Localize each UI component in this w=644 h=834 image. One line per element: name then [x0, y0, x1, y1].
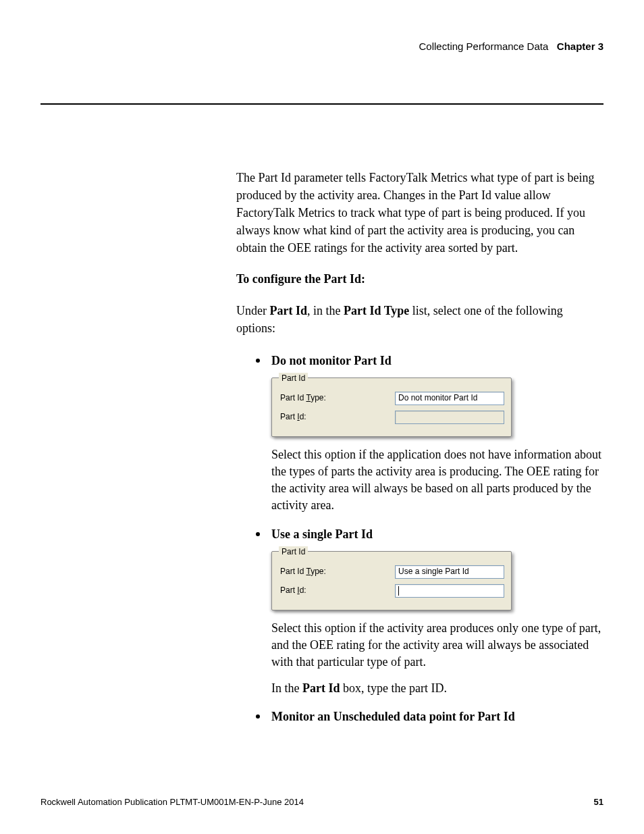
part-id-groupbox-2: Part Id Part Id Type: Use a single Part … — [271, 551, 512, 610]
part-id-type-dropdown[interactable]: Do not monitor Part Id — [395, 392, 504, 405]
option2-desc: Select this option if the activity area … — [271, 620, 603, 671]
row-part-id: Part Id: — [280, 411, 504, 424]
header-rule — [41, 103, 603, 105]
intro-paragraph: The Part Id parameter tells FactoryTalk … — [236, 169, 603, 257]
option-monitor-unscheduled: Monitor an Unscheduled data point for Pa… — [269, 706, 603, 725]
screenshot-do-not-monitor: Part Id Part Id Type: Do not monitor Par… — [271, 377, 512, 437]
configure-sentence: Under Part Id, in the Part Id Type list,… — [236, 302, 603, 337]
document-page: Collecting Performance Data Chapter 3 Th… — [0, 0, 644, 834]
body-content: The Part Id parameter tells FactoryTalk … — [236, 169, 603, 726]
part-id-type-value: Do not monitor Part Id — [398, 392, 477, 404]
groupbox-legend-2: Part Id — [279, 546, 308, 558]
row-part-id-type: Part Id Type: Do not monitor Part Id — [280, 392, 504, 405]
option1-desc: Select this option if the application do… — [271, 446, 603, 515]
option-do-not-monitor: Do not monitor Part Id Part Id Part Id T… — [269, 350, 603, 515]
option2-title: Use a single Part Id — [271, 525, 603, 543]
part-id-groupbox: Part Id Part Id Type: Do not monitor Par… — [271, 377, 512, 437]
text-cursor-icon — [398, 586, 399, 596]
label-part-id-type: Part Id Type: — [280, 392, 395, 404]
part-id-type-value-2: Use a single Part Id — [398, 566, 469, 577]
label-part-id-2: Part Id: — [280, 585, 395, 596]
configure-heading: To configure the Part Id: — [236, 270, 603, 288]
option2-extra: In the Part Id box, type the part ID. — [271, 680, 603, 697]
label-part-id: Part Id: — [280, 411, 395, 423]
footer-page-number: 51 — [594, 797, 603, 807]
part-id-input[interactable] — [395, 584, 504, 598]
row-part-id-2: Part Id: — [280, 584, 504, 598]
page-footer: Rockwell Automation Publication PLTMT-UM… — [41, 797, 603, 807]
option-use-single: Use a single Part Id Part Id Part Id Typ… — [269, 524, 603, 698]
header-section: Collecting Performance Data — [419, 41, 549, 52]
header-chapter: Chapter 3 — [557, 41, 603, 52]
option3-title: Monitor an Unscheduled data point for Pa… — [271, 708, 603, 725]
screenshot-use-single: Part Id Part Id Type: Use a single Part … — [271, 551, 512, 610]
part-id-input-disabled — [395, 411, 504, 424]
footer-publication: Rockwell Automation Publication PLTMT-UM… — [41, 797, 304, 807]
groupbox-legend: Part Id — [279, 373, 308, 384]
options-list: Do not monitor Part Id Part Id Part Id T… — [236, 350, 603, 726]
row-part-id-type-2: Part Id Type: Use a single Part Id — [280, 565, 504, 579]
label-part-id-type-2: Part Id Type: — [280, 566, 395, 577]
running-header: Collecting Performance Data Chapter 3 — [41, 41, 603, 56]
option1-title: Do not monitor Part Id — [271, 352, 603, 369]
part-id-type-dropdown-2[interactable]: Use a single Part Id — [395, 565, 504, 579]
